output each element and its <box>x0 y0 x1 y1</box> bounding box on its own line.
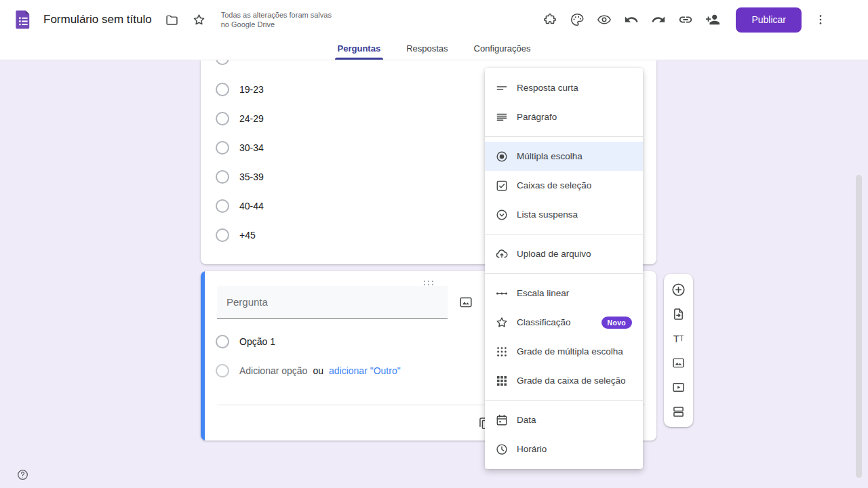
radio-icon[interactable] <box>216 335 229 348</box>
menu-item-multiple-choice-grid[interactable]: Grade de múltipla escolha <box>485 337 643 366</box>
forms-logo-icon <box>12 8 35 31</box>
menu-item-time[interactable]: Horário <box>485 434 643 464</box>
time-icon <box>495 443 509 456</box>
add-title-icon-small: T <box>679 335 684 342</box>
option-row[interactable]: Opção 1 <box>216 335 275 348</box>
folder-icon <box>165 13 179 27</box>
move-to-folder-button[interactable] <box>159 6 186 33</box>
help-icon <box>16 468 29 481</box>
menu-item-checkbox-grid[interactable]: Grade da caixa de seleção <box>485 366 643 395</box>
form-tabs: Perguntas Respostas Configurações <box>0 37 868 60</box>
add-image-to-question-button[interactable] <box>452 289 479 316</box>
star-icon <box>192 13 206 27</box>
add-option-button[interactable]: Adicionar opção <box>239 365 307 376</box>
menu-item-short-answer[interactable]: Resposta curta <box>485 73 643 102</box>
undo-button[interactable] <box>618 6 645 33</box>
puzzle-icon <box>542 12 557 27</box>
app-header: Formulário sem título Todas as alteraçõe… <box>0 0 868 60</box>
publish-button[interactable]: Publicar <box>736 7 802 33</box>
menu-divider <box>485 400 643 401</box>
menu-item-label: Grade de múltipla escolha <box>517 346 623 357</box>
more-options-button[interactable] <box>807 6 834 33</box>
tab-configuracoes[interactable]: Configurações <box>471 37 534 60</box>
checkbox-icon <box>495 179 509 192</box>
menu-item-date[interactable]: Data <box>485 405 643 434</box>
copy-link-button[interactable] <box>672 6 699 33</box>
menu-item-label: Grade da caixa de seleção <box>517 375 626 386</box>
add-section-button[interactable] <box>667 399 690 424</box>
redo-icon <box>651 12 666 27</box>
radio-icon[interactable] <box>216 112 229 125</box>
help-button[interactable] <box>9 461 36 488</box>
menu-item-label: Caixas de seleção <box>517 180 591 190</box>
novo-badge: Novo <box>601 317 632 329</box>
menu-item-label: Escala linear <box>517 288 569 298</box>
option-label[interactable]: Opção 1 <box>239 336 275 347</box>
forms-logo[interactable] <box>9 6 37 33</box>
save-status[interactable]: Todas as alterações foram salvas no Goog… <box>221 10 340 29</box>
image-icon <box>458 295 473 310</box>
dropdown-icon <box>495 208 509 222</box>
menu-item-dropdown[interactable]: Lista suspensa <box>485 200 643 229</box>
radio-icon[interactable] <box>216 199 229 213</box>
form-title[interactable]: Formulário sem título <box>43 13 152 26</box>
header-top-row: Formulário sem título Todas as alteraçõe… <box>0 0 868 39</box>
option-label[interactable]: +45 <box>239 230 256 241</box>
menu-item-checkboxes[interactable]: Caixas de seleção <box>485 171 643 200</box>
radio-icon[interactable] <box>216 228 229 242</box>
linear-scale-icon <box>495 287 509 300</box>
file-upload-icon <box>495 247 509 261</box>
menu-item-multiple-choice[interactable]: Múltipla escolha <box>485 142 643 171</box>
or-label: ou <box>313 365 323 376</box>
add-option-row: Adicionar opção ou adicionar "Outro" <box>216 364 401 378</box>
menu-item-label: Múltipla escolha <box>517 151 583 161</box>
tab-respostas[interactable]: Respostas <box>403 37 450 60</box>
option-label[interactable]: 24-29 <box>239 113 264 124</box>
add-image-button[interactable] <box>667 350 690 375</box>
add-title-icon: T <box>673 333 679 344</box>
menu-item-label: Resposta curta <box>517 83 578 93</box>
tab-perguntas[interactable]: Perguntas <box>335 37 384 60</box>
import-questions-button[interactable] <box>667 302 690 326</box>
menu-divider <box>485 136 643 137</box>
add-question-button[interactable] <box>667 277 690 302</box>
menu-item-paragraph[interactable]: Parágrafo <box>485 102 643 131</box>
menu-item-label: Lista suspensa <box>517 209 578 220</box>
rating-star-icon <box>495 316 509 329</box>
radio-icon <box>216 364 229 378</box>
menu-divider <box>485 273 643 274</box>
page-scrollbar-thumb[interactable] <box>856 175 862 478</box>
option-label[interactable]: 40-44 <box>239 201 264 211</box>
add-collaborators-button[interactable] <box>699 6 726 33</box>
menu-item-label: Upload de arquivo <box>517 249 591 259</box>
customize-theme-button[interactable] <box>564 6 591 33</box>
question-title-input[interactable] <box>217 286 448 319</box>
add-other-link[interactable]: adicionar "Outro" <box>329 365 401 376</box>
menu-item-rating[interactable]: Classificação Novo <box>485 308 643 337</box>
radio-icon <box>216 60 229 65</box>
add-title-button[interactable]: TT <box>667 326 690 350</box>
radio-icon[interactable] <box>216 141 229 155</box>
option-label[interactable]: 19-23 <box>239 84 264 95</box>
add-video-button[interactable] <box>667 375 690 399</box>
add-ons-button[interactable] <box>536 6 564 33</box>
checkbox-grid-icon <box>495 374 509 388</box>
short-answer-icon <box>495 81 509 95</box>
menu-item-label: Classificação <box>517 317 571 327</box>
menu-item-file-upload[interactable]: Upload de arquivo <box>485 239 643 268</box>
redo-button[interactable] <box>645 6 672 33</box>
preview-button[interactable] <box>591 6 618 33</box>
person-add-icon <box>705 12 720 27</box>
radio-icon[interactable] <box>216 83 229 96</box>
option-label[interactable]: 35-39 <box>239 171 264 182</box>
paragraph-icon <box>495 110 509 124</box>
radio-icon[interactable] <box>216 170 229 184</box>
question-type-menu: Resposta curta Parágrafo Múltipla escolh… <box>485 68 643 469</box>
undo-icon <box>624 12 639 27</box>
option-label[interactable]: 30-34 <box>239 142 264 153</box>
menu-item-linear-scale[interactable]: Escala linear <box>485 279 643 308</box>
star-button[interactable] <box>186 6 213 33</box>
link-icon <box>678 12 693 27</box>
menu-item-label: Horário <box>517 444 547 454</box>
selected-card-indicator <box>201 271 205 441</box>
